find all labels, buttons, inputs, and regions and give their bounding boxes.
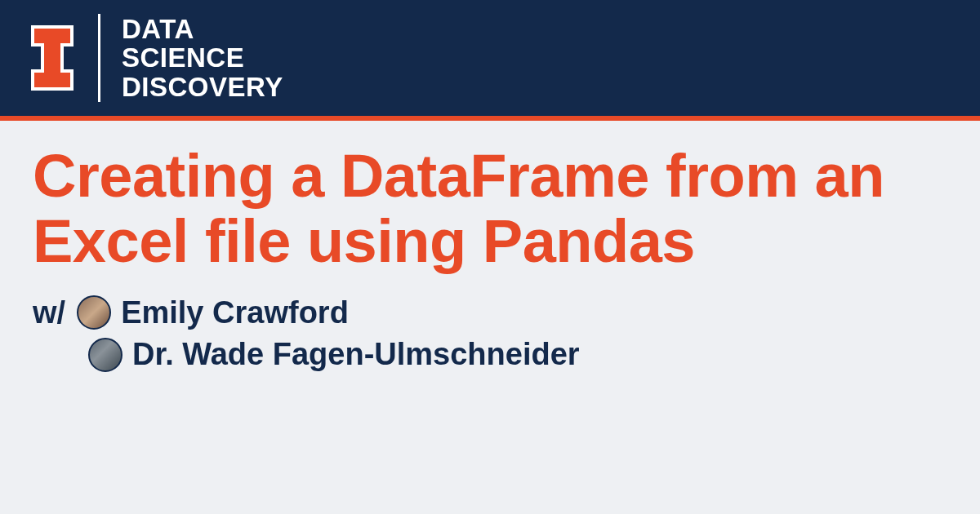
author-name-2: Dr. Wade Fagen-Ulmschneider [132, 334, 580, 375]
avatar-emily [77, 295, 111, 330]
author-row-1: w/ Emily Crawford [33, 292, 947, 334]
authors-block: w/ Emily Crawford Dr. Wade Fagen-Ulmschn… [33, 292, 947, 376]
header-bar: DATA SCIENCE DISCOVERY [0, 0, 980, 121]
page-title: Creating a DataFrame from an Excel file … [33, 144, 947, 274]
illinois-block-i-logo [29, 24, 75, 92]
wordmark-line-1: DATA [122, 15, 283, 44]
content-area: Creating a DataFrame from an Excel file … [0, 121, 980, 375]
avatar-wade [88, 338, 122, 372]
site-wordmark: DATA SCIENCE DISCOVERY [122, 15, 283, 102]
block-i-icon [29, 24, 75, 92]
author-name-1: Emily Crawford [121, 292, 349, 334]
header-divider [98, 14, 100, 102]
authors-prefix: w/ [33, 292, 65, 334]
wordmark-line-3: DISCOVERY [122, 73, 283, 102]
wordmark-line-2: SCIENCE [122, 43, 283, 73]
author-row-2: Dr. Wade Fagen-Ulmschneider [88, 334, 947, 375]
